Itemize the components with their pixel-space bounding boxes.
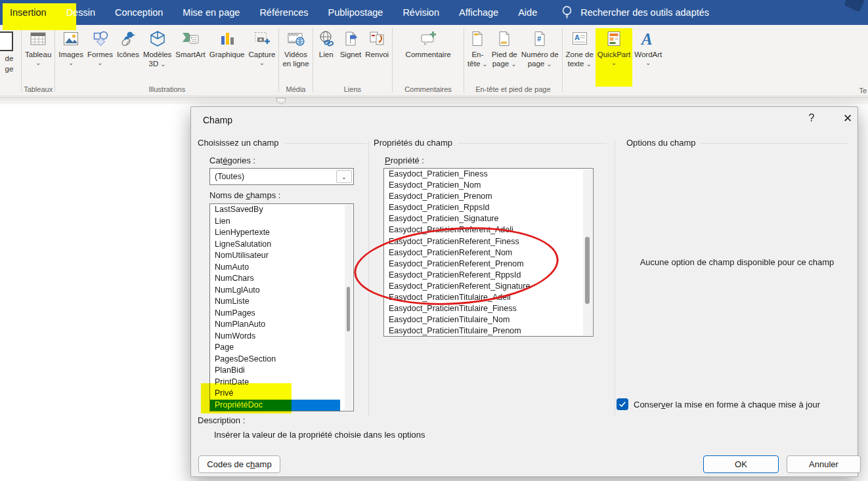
close-icon[interactable]: ✕ — [837, 112, 858, 125]
zone-de-texte-button[interactable]: A Zone de texte — [564, 28, 596, 70]
images-button[interactable]: Images — [56, 28, 85, 66]
ok-button[interactable]: OK — [703, 455, 779, 473]
smartart-button[interactable]: SmartArt — [173, 28, 207, 60]
group-divider — [464, 28, 464, 93]
cancel-button[interactable]: Annuler — [787, 455, 861, 473]
categories-value: (Toutes) — [215, 172, 244, 181]
screenshot-icon — [252, 29, 272, 49]
tab-references[interactable]: Références — [250, 0, 318, 25]
column-divider — [368, 141, 369, 417]
signet-button[interactable]: Signet — [338, 28, 364, 60]
chevron-down-icon — [611, 60, 617, 65]
quickpart-icon — [604, 29, 624, 49]
list-item[interactable]: NomUtilisateur — [210, 250, 353, 262]
svg-text:A: A — [575, 33, 580, 41]
page-de-garde-button-cut[interactable]: de ge — [0, 28, 20, 75]
codes-de-champ-button[interactable]: Codes de champ — [198, 455, 280, 473]
tell-me-search[interactable]: Rechercher des outils adaptés — [561, 5, 709, 20]
chevron-down-icon — [586, 60, 591, 68]
capture-button[interactable]: Capture — [246, 28, 277, 66]
list-item[interactable]: Easydoct_PraticienReferent_Adeli — [384, 224, 593, 236]
list-item[interactable]: LienHypertexte — [210, 227, 353, 239]
tab-affichage[interactable]: Affichage — [449, 0, 508, 25]
field-names-list[interactable]: LastSavedBy Lien LienHypertexte LigneSal… — [209, 203, 354, 411]
list-item[interactable]: PagesDeSection — [210, 354, 353, 366]
quickpart-button[interactable]: QuickPart — [596, 28, 633, 87]
group-label-liens: Liens — [315, 85, 391, 96]
properties-list[interactable]: Easydoct_Praticien_Finess Easydoct_Prati… — [383, 168, 594, 337]
list-item[interactable]: Easydoct_Praticien_Signature — [384, 213, 593, 224]
tableau-button[interactable]: Tableau — [23, 28, 53, 66]
scrollbar-thumb[interactable] — [585, 237, 590, 304]
list-item[interactable]: NumPlanAuto — [210, 319, 353, 331]
scrollbar[interactable] — [583, 169, 592, 335]
preserve-formatting-checkbox-row[interactable]: Conserver la mise en forme à chaque mise… — [617, 398, 820, 410]
graphique-button[interactable]: Graphique — [207, 28, 247, 60]
wordart-button[interactable]: A WordArt — [632, 28, 664, 66]
list-item[interactable]: Easydoct_PraticienTitulaire_Adeli — [384, 292, 593, 303]
list-item[interactable]: Easydoct_PraticienReferent_RppsId — [384, 270, 593, 281]
commentaire-button[interactable]: Commentaire — [404, 28, 453, 60]
group-divider — [313, 28, 313, 93]
tab-revision[interactable]: Révision — [393, 0, 449, 25]
tab-mise-en-page[interactable]: Mise en page — [173, 0, 250, 25]
list-item[interactable]: Page — [210, 342, 353, 354]
list-item[interactable]: Easydoct_Praticien_Nom — [384, 180, 593, 191]
list-item[interactable]: NumListe — [210, 296, 353, 308]
list-item[interactable]: Easydoct_Praticien_RppsId — [384, 202, 593, 213]
lien-button[interactable]: Lien — [315, 28, 338, 60]
ribbon-group-liens: Lien Signet Renvoi Liens — [315, 25, 391, 96]
description-text: Insérer la valeur de la propriété choisi… — [214, 430, 425, 440]
help-button[interactable]: ? — [802, 112, 821, 124]
chevron-down-icon[interactable] — [336, 170, 352, 183]
list-item[interactable]: Lien — [210, 216, 353, 228]
ribbon-group-pages-cut: de ge — [0, 25, 20, 96]
list-item[interactable]: Easydoct_Praticien_Finess — [384, 169, 593, 180]
formes-button[interactable]: Formes — [85, 28, 115, 66]
chevron-down-icon — [160, 60, 165, 68]
list-item[interactable]: NumPages — [210, 308, 353, 320]
list-item[interactable]: PrintDate — [210, 377, 353, 388]
indent-marker[interactable] — [276, 98, 286, 104]
list-item-selected[interactable]: PropriétéDoc — [210, 400, 340, 411]
tab-dessin[interactable]: Dessin — [56, 0, 105, 25]
numero-de-page-button[interactable]: # Numéro de page — [519, 28, 561, 70]
en-tete-button[interactable]: En- tête — [466, 28, 490, 70]
tab-insertion[interactable]: Insertion — [0, 0, 56, 25]
list-item[interactable]: LigneSalutation — [210, 239, 353, 251]
list-item[interactable]: Easydoct_PraticienReferent_Prenom — [384, 259, 593, 270]
list-item[interactable]: Easydoct_PraticienReferent_Finess — [384, 236, 593, 247]
description-label: Description : — [198, 415, 245, 425]
list-item[interactable]: Privé — [210, 388, 353, 400]
list-item[interactable]: Easydoct_PraticienTitulaire_Finess — [384, 303, 593, 314]
icones-button[interactable]: Icônes — [115, 28, 141, 60]
list-item[interactable]: Easydoct_PraticienReferent_Signature — [384, 281, 593, 292]
ruler[interactable] — [0, 97, 868, 104]
modeles-3d-button[interactable]: Modèles 3D — [141, 28, 173, 70]
list-item[interactable]: NumAuto — [210, 262, 353, 274]
categories-dropdown[interactable]: (Toutes) — [209, 168, 354, 185]
list-item[interactable]: PlanBidi — [210, 365, 353, 377]
pied-de-page-button[interactable]: Pied de page — [490, 28, 519, 70]
list-item[interactable]: NumLglAuto — [210, 285, 353, 297]
renvoi-button[interactable]: Renvoi — [363, 28, 391, 60]
group-divider — [278, 28, 279, 93]
videos-en-ligne-button[interactable]: Vidéos en ligne — [280, 28, 311, 70]
checkbox-checked-icon[interactable] — [617, 398, 628, 410]
group-divider — [562, 28, 563, 93]
list-item[interactable]: NumChars — [210, 273, 353, 285]
group-label-entete-pied: En-tête et pied de page — [466, 85, 560, 96]
list-item[interactable]: NumWords — [210, 331, 353, 343]
scrollbar-thumb[interactable] — [347, 287, 350, 331]
list-item[interactable]: Easydoct_PraticienTitulaire_Prenom — [384, 325, 593, 337]
scrollbar[interactable] — [345, 205, 353, 410]
tab-publipostage[interactable]: Publipostage — [318, 0, 393, 25]
tab-aide[interactable]: Aide — [508, 0, 547, 25]
tab-conception[interactable]: Conception — [105, 0, 173, 25]
list-item[interactable]: Easydoct_PraticienTitulaire_Nom — [384, 314, 593, 325]
list-item[interactable]: Easydoct_Praticien_Prenom — [384, 191, 593, 202]
table-icon — [28, 29, 48, 49]
svg-text:#: # — [537, 35, 541, 43]
list-item[interactable]: Easydoct_PraticienReferent_Nom — [384, 247, 593, 259]
list-item[interactable]: LastSavedBy — [210, 204, 353, 216]
